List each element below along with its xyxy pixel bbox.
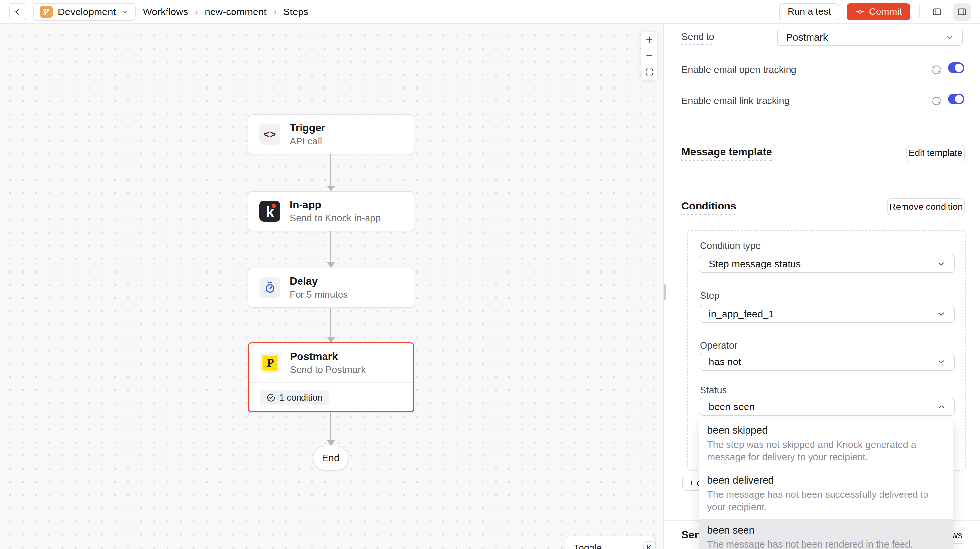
toggle-controls-label: Toggle controls: [574, 543, 638, 549]
environment-selector[interactable]: Development: [33, 3, 136, 21]
panel-scrollbar[interactable]: [664, 284, 667, 300]
node-trigger[interactable]: <> Trigger API call: [248, 114, 414, 154]
open-tracking-label: Enable email open tracking: [681, 64, 796, 75]
step-select[interactable]: in_app_feed_1: [700, 305, 955, 323]
node-delay[interactable]: Delay For 5 minutes: [248, 267, 414, 308]
open-tracking-toggle[interactable]: [948, 62, 964, 73]
fit-view-icon: [645, 67, 654, 76]
node-title: In-app: [290, 199, 381, 211]
node-title: Postmark: [290, 350, 366, 363]
commit-button[interactable]: Commit: [847, 3, 910, 21]
knock-workflow-editor: Development Workflows › new-comment › St…: [0, 0, 980, 549]
zoom-in-button[interactable]: +: [641, 32, 657, 48]
send-to-select[interactable]: Postmark: [777, 29, 963, 46]
node-subtitle: API call: [290, 136, 325, 147]
chevron-down-icon: [945, 33, 954, 42]
step-label: Step: [700, 290, 719, 301]
section-divider: [664, 124, 980, 124]
chevron-left-icon: [13, 8, 22, 16]
end-label: End: [322, 452, 339, 464]
knock-logo-icon: k: [259, 201, 280, 222]
panel-left-icon: [932, 6, 942, 17]
status-label: Status: [700, 385, 727, 396]
status-value: been seen: [709, 401, 755, 412]
remove-condition-label: Remove condition: [889, 202, 963, 212]
chevron-down-icon: [937, 260, 945, 268]
topbar-divider: [919, 5, 920, 18]
send-to-label: Send to: [681, 32, 714, 45]
edit-template-button[interactable]: Edit template: [907, 145, 964, 161]
environment-label: Development: [58, 6, 116, 18]
code-icon: <>: [259, 124, 280, 145]
panel-right-icon: [957, 6, 967, 17]
zoom-controls: + −: [641, 31, 658, 80]
workflow-icon: [40, 6, 52, 18]
operator-value: has not: [709, 356, 741, 368]
node-in-app[interactable]: k In-app Send to Knock in-app: [248, 191, 414, 231]
connector-line: [330, 231, 331, 263]
conditions-heading: Conditions: [681, 200, 736, 215]
keyboard-shortcut-badge: K: [643, 541, 655, 549]
operator-label: Operator: [700, 340, 737, 351]
check-circle-icon: [266, 393, 275, 402]
link-tracking-toggle[interactable]: [948, 94, 964, 104]
zoom-out-button[interactable]: −: [641, 48, 657, 64]
connector-arrowhead: [327, 440, 335, 446]
back-button[interactable]: [9, 3, 26, 21]
breadcrumb-separator: ›: [195, 6, 198, 18]
chevron-down-icon: [121, 8, 129, 16]
fit-view-button[interactable]: [641, 64, 657, 80]
node-end[interactable]: End: [313, 446, 349, 471]
remove-condition-button[interactable]: Remove condition: [888, 198, 964, 215]
option-been-skipped[interactable]: been skipped The step was not skipped an…: [699, 419, 953, 469]
workflow-canvas[interactable]: <> Trigger API call k In-app Send to Kno…: [0, 24, 664, 549]
chevron-down-icon: [937, 358, 945, 366]
condition-type-label: Condition type: [700, 240, 760, 251]
option-been-delivered[interactable]: been delivered The message has not been …: [699, 469, 953, 519]
breadcrumb-separator: ›: [273, 6, 277, 18]
commit-icon: [855, 7, 865, 17]
sync-icon[interactable]: [931, 64, 942, 75]
node-postmark[interactable]: P Postmark Send to Postmark 1 condition: [248, 342, 414, 412]
toggle-right-panel-button[interactable]: [953, 3, 971, 21]
send-to-value: Postmark: [786, 32, 828, 43]
toggle-controls-button[interactable]: Toggle controls K: [565, 536, 656, 549]
condition-count-badge[interactable]: 1 condition: [260, 390, 329, 405]
stopwatch-icon: [259, 277, 280, 298]
breadcrumb-workflow-name[interactable]: new-comment: [205, 6, 266, 18]
message-template-heading: Message template: [681, 146, 772, 161]
postmark-stamp-icon: P: [260, 352, 281, 373]
connector-line: [330, 308, 331, 337]
node-title: Delay: [290, 275, 348, 287]
chevron-up-icon: [937, 403, 945, 411]
node-subtitle: Send to Knock in-app: [290, 213, 381, 224]
minus-icon: −: [646, 49, 652, 63]
step-settings-panel: Send to Postmark Enable email open track…: [664, 24, 980, 549]
run-test-label: Run a test: [788, 6, 831, 17]
topbar: Development Workflows › new-comment › St…: [0, 0, 980, 24]
sync-icon[interactable]: [931, 95, 942, 107]
condition-type-value: Step message status: [709, 258, 801, 270]
operator-select[interactable]: has not: [700, 353, 955, 371]
toggle-left-panel-button[interactable]: [928, 3, 946, 21]
edit-template-label: Edit template: [909, 148, 962, 158]
node-subtitle: Send to Postmark: [290, 364, 366, 375]
chevron-down-icon: [937, 310, 945, 318]
breadcrumb-workflows[interactable]: Workflows: [143, 6, 188, 18]
breadcrumb-steps[interactable]: Steps: [283, 6, 309, 18]
send-windows-heading-fragment: Sen: [681, 528, 701, 543]
connector-arrowhead: [327, 263, 335, 268]
plus-icon: +: [646, 33, 652, 47]
node-subtitle: For 5 minutes: [290, 289, 348, 300]
commit-label: Commit: [869, 6, 902, 17]
run-test-button[interactable]: Run a test: [779, 3, 840, 21]
status-select[interactable]: been seen: [700, 398, 955, 416]
section-divider: [664, 185, 980, 185]
node-title: Trigger: [290, 122, 325, 134]
option-been-seen[interactable]: been seen The message has not been rende…: [699, 519, 953, 549]
condition-count-label: 1 condition: [280, 393, 323, 403]
connector-arrowhead: [327, 186, 335, 191]
connector-arrowhead: [327, 337, 335, 343]
condition-type-select[interactable]: Step message status: [700, 255, 955, 273]
step-value: in_app_feed_1: [709, 308, 774, 320]
